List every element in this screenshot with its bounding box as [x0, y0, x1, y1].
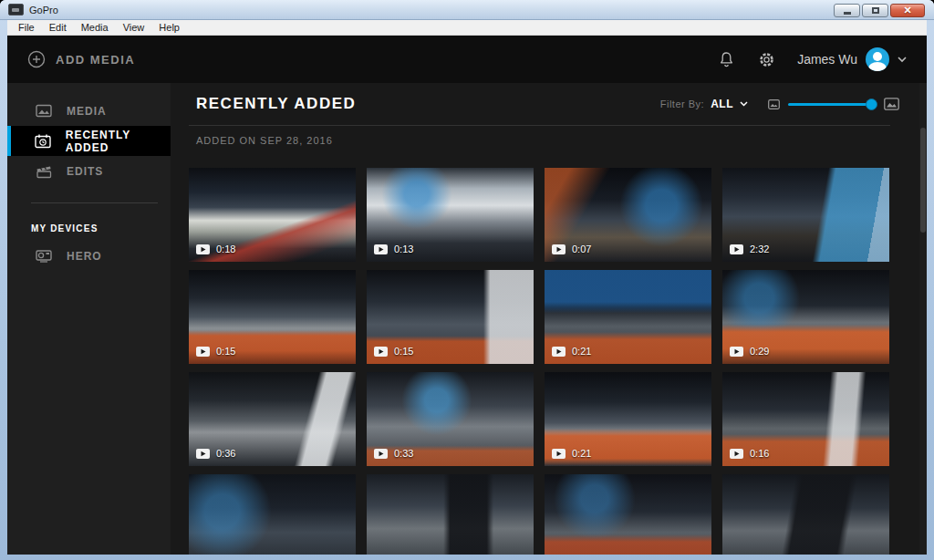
video-icon — [196, 244, 210, 254]
duration-badge: 0:15 — [374, 346, 413, 357]
video-icon — [196, 449, 210, 459]
vertical-scrollbar[interactable] — [919, 83, 927, 555]
media-thumbnail[interactable]: 0:15 — [367, 270, 534, 364]
small-image-icon — [768, 99, 780, 109]
media-thumbnail[interactable] — [189, 474, 356, 555]
sidebar: MEDIA RECENTLY ADDED — [7, 83, 171, 555]
media-thumbnail[interactable]: 0:07 — [545, 168, 711, 262]
duration-label: 0:21 — [572, 448, 591, 459]
media-thumbnail[interactable] — [722, 474, 889, 555]
media-thumbnail[interactable] — [367, 474, 534, 555]
sidebar-item-recently-added[interactable]: RECENTLY ADDED — [7, 126, 171, 156]
duration-label: 0:16 — [750, 448, 769, 459]
video-icon — [196, 347, 210, 357]
menu-item-help[interactable]: Help — [151, 21, 187, 34]
slider-knob[interactable] — [866, 99, 877, 110]
filter-value: ALL — [711, 98, 733, 110]
sidebar-item-edits[interactable]: EDITS — [7, 156, 171, 186]
plus-circle-icon — [27, 50, 46, 68]
toolbar-right: James Wu — [717, 47, 907, 71]
menu-item-media[interactable]: Media — [74, 21, 116, 34]
add-media-button[interactable]: ADD MEDIA — [27, 50, 135, 68]
header-controls: Filter By: ALL — [660, 98, 899, 110]
duration-badge: 0:29 — [730, 346, 769, 357]
media-icon — [35, 104, 53, 118]
media-thumbnail[interactable]: 0:13 — [367, 168, 534, 262]
app-content: ADD MEDIA James Wu — [7, 36, 927, 555]
duration-badge: 0:18 — [196, 244, 235, 254]
sidebar-item-hero[interactable]: HERO — [7, 241, 171, 271]
maximize-button[interactable] — [862, 4, 888, 17]
close-button[interactable]: ✕ — [890, 4, 925, 17]
media-thumbnail[interactable]: 0:18 — [189, 168, 356, 262]
chevron-down-icon — [740, 101, 748, 107]
video-icon — [374, 347, 388, 357]
notifications-button[interactable] — [717, 50, 735, 68]
user-name: James Wu — [797, 52, 857, 67]
duration-badge: 0:36 — [196, 448, 235, 459]
sidebar-divider — [31, 202, 158, 203]
duration-badge: 0:15 — [196, 346, 235, 357]
menu-item-edit[interactable]: Edit — [42, 21, 74, 34]
media-thumbnail[interactable]: 0:21 — [545, 270, 711, 364]
user-menu[interactable]: James Wu — [797, 47, 907, 71]
video-icon — [730, 449, 743, 459]
video-icon — [552, 244, 566, 254]
media-thumbnail[interactable]: 0:36 — [189, 372, 356, 466]
close-icon: ✕ — [903, 5, 911, 16]
media-thumbnail[interactable]: 0:16 — [722, 372, 889, 466]
sidebar-item-label: EDITS — [67, 165, 103, 178]
duration-badge: 0:07 — [552, 244, 591, 254]
sidebar-item-label: HERO — [67, 250, 102, 263]
recently-added-icon — [35, 134, 52, 149]
settings-button[interactable] — [757, 50, 775, 68]
video-icon — [730, 347, 743, 357]
top-toolbar: ADD MEDIA James Wu — [7, 36, 927, 83]
filter-label: Filter By: — [660, 99, 704, 109]
filter-dropdown[interactable]: Filter By: ALL — [660, 98, 748, 110]
bell-icon — [719, 51, 734, 68]
video-icon — [552, 449, 566, 459]
chevron-down-icon — [898, 57, 907, 63]
titlebar[interactable]: GoPro ✕ — [0, 0, 934, 20]
header-divider — [189, 125, 890, 126]
main-content: RECENTLY ADDED Filter By: ALL — [171, 83, 919, 555]
sidebar-item-media[interactable]: MEDIA — [7, 96, 171, 126]
duration-label: 0:13 — [394, 244, 413, 254]
gear-icon — [758, 51, 775, 68]
duration-label: 0:07 — [572, 244, 591, 254]
duration-label: 0:33 — [394, 448, 413, 459]
menu-item-file[interactable]: File — [11, 21, 42, 34]
maximize-icon — [872, 7, 879, 14]
sidebar-item-label: RECENTLY ADDED — [66, 129, 171, 154]
media-thumbnail[interactable]: 0:21 — [545, 372, 711, 466]
add-media-label: ADD MEDIA — [56, 53, 135, 67]
duration-label: 0:15 — [394, 346, 413, 357]
media-thumbnail[interactable] — [545, 474, 711, 555]
media-grid: 0:18 0:13 0:07 2:32 0:15 0:15 0:21 0:29 … — [189, 168, 889, 555]
edits-icon — [35, 164, 53, 179]
duration-badge: 0:16 — [730, 448, 769, 459]
user-avatar — [866, 47, 889, 71]
slider-track[interactable] — [788, 103, 876, 106]
duration-badge: 0:13 — [374, 244, 413, 254]
page-title: RECENTLY ADDED — [196, 95, 356, 113]
duration-label: 0:21 — [572, 346, 591, 357]
media-thumbnail[interactable]: 0:33 — [367, 372, 534, 466]
minimize-button[interactable] — [834, 4, 860, 17]
menu-item-view[interactable]: View — [116, 21, 152, 34]
video-icon — [374, 244, 388, 254]
media-thumbnail[interactable]: 0:15 — [189, 270, 356, 364]
window-title: GoPro — [29, 5, 58, 16]
video-icon — [552, 347, 566, 357]
media-thumbnail[interactable]: 2:32 — [722, 168, 889, 262]
app-body: MEDIA RECENTLY ADDED — [7, 83, 927, 555]
date-group-header: ADDED ON SEP 28, 2016 — [196, 135, 333, 146]
duration-badge: 0:21 — [552, 448, 591, 459]
duration-label: 2:32 — [750, 244, 769, 254]
duration-label: 0:15 — [216, 346, 235, 357]
sidebar-item-label: MEDIA — [67, 105, 107, 118]
scrollbar-thumb[interactable] — [920, 128, 926, 233]
duration-badge: 0:21 — [552, 346, 591, 357]
media-thumbnail[interactable]: 0:29 — [722, 270, 889, 364]
